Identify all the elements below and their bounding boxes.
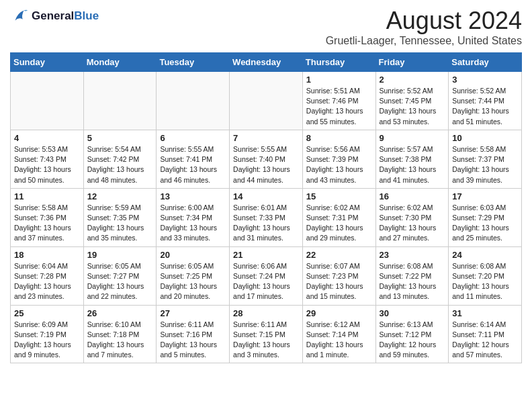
calendar-cell: 7Sunrise: 5:55 AM Sunset: 7:40 PM Daylig… — [230, 130, 303, 188]
day-number: 4 — [14, 133, 80, 143]
calendar-week-row: 18Sunrise: 6:04 AM Sunset: 7:28 PM Dayli… — [11, 246, 522, 305]
calendar-cell: 30Sunrise: 6:13 AM Sunset: 7:12 PM Dayli… — [375, 305, 449, 363]
calendar-cell: 17Sunrise: 6:03 AM Sunset: 7:29 PM Dayli… — [449, 188, 522, 246]
calendar-cell: 23Sunrise: 6:08 AM Sunset: 7:22 PM Dayli… — [375, 246, 449, 305]
calendar-cell: 28Sunrise: 6:11 AM Sunset: 7:15 PM Dayli… — [230, 305, 303, 363]
day-number: 10 — [452, 133, 518, 143]
day-number: 9 — [380, 133, 445, 143]
day-info: Sunrise: 5:51 AM Sunset: 7:46 PM Dayligh… — [306, 86, 372, 127]
weekday-header-friday: Friday — [375, 53, 449, 72]
day-info: Sunrise: 6:14 AM Sunset: 7:11 PM Dayligh… — [452, 320, 518, 361]
day-info: Sunrise: 6:06 AM Sunset: 7:24 PM Dayligh… — [233, 261, 299, 302]
day-info: Sunrise: 5:56 AM Sunset: 7:39 PM Dayligh… — [306, 144, 372, 185]
day-info: Sunrise: 6:02 AM Sunset: 7:30 PM Dayligh… — [380, 203, 445, 244]
calendar-cell: 5Sunrise: 5:54 AM Sunset: 7:42 PM Daylig… — [83, 130, 157, 188]
day-number: 15 — [306, 191, 372, 201]
day-info: Sunrise: 6:05 AM Sunset: 7:25 PM Dayligh… — [160, 261, 226, 302]
weekday-header-monday: Monday — [83, 53, 157, 72]
calendar-cell: 20Sunrise: 6:05 AM Sunset: 7:25 PM Dayli… — [157, 246, 230, 305]
day-info: Sunrise: 6:02 AM Sunset: 7:31 PM Dayligh… — [306, 203, 372, 244]
weekday-header-row: SundayMondayTuesdayWednesdayThursdayFrid… — [11, 53, 522, 72]
calendar-cell — [157, 72, 230, 130]
calendar-cell: 4Sunrise: 5:53 AM Sunset: 7:43 PM Daylig… — [11, 130, 84, 188]
day-info: Sunrise: 6:03 AM Sunset: 7:29 PM Dayligh… — [452, 203, 518, 244]
calendar-cell: 10Sunrise: 5:58 AM Sunset: 7:37 PM Dayli… — [449, 130, 522, 188]
weekday-header-wednesday: Wednesday — [230, 53, 303, 72]
weekday-header-sunday: Sunday — [11, 53, 84, 72]
location-subtitle: Gruetli-Laager, Tennessee, United States — [326, 35, 522, 47]
day-info: Sunrise: 5:57 AM Sunset: 7:38 PM Dayligh… — [380, 144, 445, 185]
day-number: 13 — [160, 191, 226, 201]
day-number: 28 — [233, 308, 299, 318]
day-info: Sunrise: 5:52 AM Sunset: 7:44 PM Dayligh… — [452, 86, 518, 127]
day-info: Sunrise: 5:52 AM Sunset: 7:45 PM Dayligh… — [380, 86, 445, 127]
calendar-cell: 2Sunrise: 5:52 AM Sunset: 7:45 PM Daylig… — [375, 72, 449, 130]
calendar-cell: 29Sunrise: 6:12 AM Sunset: 7:14 PM Dayli… — [302, 305, 375, 363]
calendar-cell — [11, 72, 84, 130]
day-number: 6 — [160, 133, 226, 143]
calendar-cell: 12Sunrise: 5:59 AM Sunset: 7:35 PM Dayli… — [83, 188, 157, 246]
logo-icon — [10, 7, 29, 26]
day-number: 14 — [233, 191, 299, 201]
calendar-cell: 3Sunrise: 5:52 AM Sunset: 7:44 PM Daylig… — [449, 72, 522, 130]
day-number: 26 — [87, 308, 153, 318]
calendar-cell: 31Sunrise: 6:14 AM Sunset: 7:11 PM Dayli… — [449, 305, 522, 363]
calendar-cell: 13Sunrise: 6:00 AM Sunset: 7:34 PM Dayli… — [157, 188, 230, 246]
calendar-cell: 27Sunrise: 6:11 AM Sunset: 7:16 PM Dayli… — [157, 305, 230, 363]
calendar-cell: 19Sunrise: 6:05 AM Sunset: 7:27 PM Dayli… — [83, 246, 157, 305]
day-info: Sunrise: 5:55 AM Sunset: 7:41 PM Dayligh… — [160, 144, 226, 185]
day-number: 27 — [160, 308, 226, 318]
calendar-cell — [230, 72, 303, 130]
calendar-cell: 9Sunrise: 5:57 AM Sunset: 7:38 PM Daylig… — [375, 130, 449, 188]
day-number: 7 — [233, 133, 299, 143]
day-number: 3 — [452, 75, 518, 85]
day-info: Sunrise: 6:05 AM Sunset: 7:27 PM Dayligh… — [87, 261, 153, 302]
weekday-header-thursday: Thursday — [302, 53, 375, 72]
day-info: Sunrise: 6:08 AM Sunset: 7:22 PM Dayligh… — [380, 261, 445, 302]
day-number: 31 — [452, 308, 518, 318]
day-number: 18 — [14, 250, 80, 260]
day-info: Sunrise: 6:04 AM Sunset: 7:28 PM Dayligh… — [14, 261, 80, 302]
day-info: Sunrise: 6:08 AM Sunset: 7:20 PM Dayligh… — [452, 261, 518, 302]
day-number: 23 — [380, 250, 445, 260]
calendar-cell: 14Sunrise: 6:01 AM Sunset: 7:33 PM Dayli… — [230, 188, 303, 246]
day-number: 30 — [380, 308, 445, 318]
day-number: 17 — [452, 191, 518, 201]
month-title: August 2024 — [326, 7, 522, 35]
calendar-cell: 24Sunrise: 6:08 AM Sunset: 7:20 PM Dayli… — [449, 246, 522, 305]
calendar-week-row: 1Sunrise: 5:51 AM Sunset: 7:46 PM Daylig… — [11, 72, 522, 130]
day-number: 20 — [160, 250, 226, 260]
day-info: Sunrise: 6:13 AM Sunset: 7:12 PM Dayligh… — [380, 320, 445, 361]
weekday-header-saturday: Saturday — [449, 53, 522, 72]
day-info: Sunrise: 5:53 AM Sunset: 7:43 PM Dayligh… — [14, 144, 80, 185]
day-info: Sunrise: 5:54 AM Sunset: 7:42 PM Dayligh… — [87, 144, 153, 185]
calendar-cell: 26Sunrise: 6:10 AM Sunset: 7:18 PM Dayli… — [83, 305, 157, 363]
calendar-cell: 15Sunrise: 6:02 AM Sunset: 7:31 PM Dayli… — [302, 188, 375, 246]
calendar-week-row: 4Sunrise: 5:53 AM Sunset: 7:43 PM Daylig… — [11, 130, 522, 188]
day-number: 8 — [306, 133, 372, 143]
day-number: 12 — [87, 191, 153, 201]
calendar-cell — [83, 72, 157, 130]
day-number: 24 — [452, 250, 518, 260]
page-header: GeneralBlue August 2024 Gruetli-Laager, … — [10, 7, 522, 47]
day-info: Sunrise: 6:12 AM Sunset: 7:14 PM Dayligh… — [306, 320, 372, 361]
day-info: Sunrise: 6:11 AM Sunset: 7:16 PM Dayligh… — [160, 320, 226, 361]
day-info: Sunrise: 6:00 AM Sunset: 7:34 PM Dayligh… — [160, 203, 226, 244]
calendar-cell: 16Sunrise: 6:02 AM Sunset: 7:30 PM Dayli… — [375, 188, 449, 246]
calendar-week-row: 11Sunrise: 5:58 AM Sunset: 7:36 PM Dayli… — [11, 188, 522, 246]
weekday-header-tuesday: Tuesday — [157, 53, 230, 72]
title-block: August 2024 Gruetli-Laager, Tennessee, U… — [326, 7, 522, 47]
day-number: 19 — [87, 250, 153, 260]
day-number: 1 — [306, 75, 372, 85]
day-info: Sunrise: 5:59 AM Sunset: 7:35 PM Dayligh… — [87, 203, 153, 244]
day-info: Sunrise: 6:11 AM Sunset: 7:15 PM Dayligh… — [233, 320, 299, 361]
calendar-cell: 1Sunrise: 5:51 AM Sunset: 7:46 PM Daylig… — [302, 72, 375, 130]
calendar-cell: 21Sunrise: 6:06 AM Sunset: 7:24 PM Dayli… — [230, 246, 303, 305]
calendar-week-row: 25Sunrise: 6:09 AM Sunset: 7:19 PM Dayli… — [11, 305, 522, 363]
calendar-cell: 11Sunrise: 5:58 AM Sunset: 7:36 PM Dayli… — [11, 188, 84, 246]
day-info: Sunrise: 6:01 AM Sunset: 7:33 PM Dayligh… — [233, 203, 299, 244]
day-number: 16 — [380, 191, 445, 201]
day-info: Sunrise: 6:10 AM Sunset: 7:18 PM Dayligh… — [87, 320, 153, 361]
logo-text: GeneralBlue — [32, 9, 99, 23]
calendar-cell: 22Sunrise: 6:07 AM Sunset: 7:23 PM Dayli… — [302, 246, 375, 305]
